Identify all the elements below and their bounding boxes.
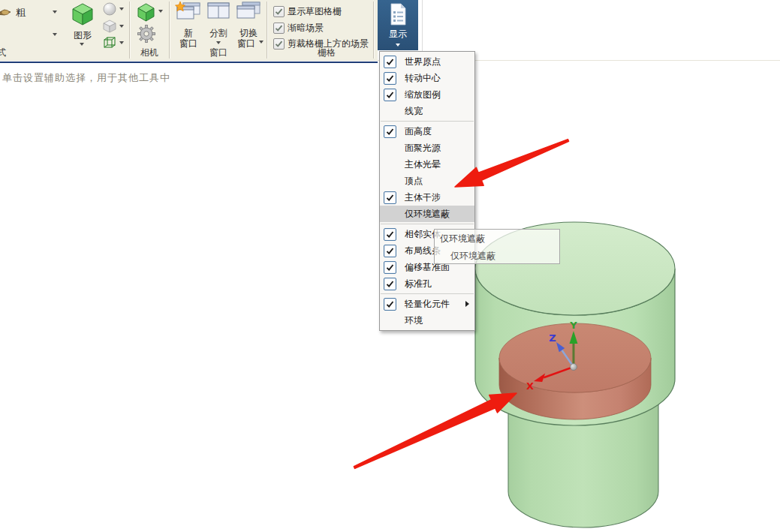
submenu-arrow-icon: [465, 301, 469, 307]
menu-item-label: 仅环境遮蔽: [405, 209, 450, 219]
menu-separator: [381, 224, 474, 224]
menu-item[interactable]: 缩放图例: [380, 86, 474, 103]
menu-item-label: 顶点: [405, 176, 423, 186]
menu-item[interactable]: 主体干涉: [380, 189, 474, 206]
menu-item[interactable]: 轻量化元件: [380, 296, 474, 312]
menu-item-label: 世界原点: [405, 56, 441, 67]
menu-item[interactable]: 环境: [380, 312, 474, 329]
checkbox-checked-icon: [384, 89, 396, 101]
checkbox-checked-icon: [384, 56, 396, 68]
checkbox-checked-icon: [384, 228, 396, 241]
menu-item[interactable]: 面聚光源: [380, 140, 474, 156]
menu-item-label: 标准孔: [405, 278, 432, 289]
checkbox-checked-icon: [384, 261, 396, 274]
axis-z-label: Z: [549, 332, 556, 344]
checkbox-checked-icon: [384, 72, 396, 85]
tooltip: 仅环境遮蔽 仅环境遮蔽: [434, 229, 560, 264]
axis-x-label: X: [526, 380, 534, 392]
menu-item[interactable]: 面高度: [380, 123, 474, 140]
checkbox-checked-icon: [384, 191, 396, 204]
menu-item-label: 转动中心: [405, 73, 441, 83]
menu-item[interactable]: 世界原点: [380, 53, 474, 70]
menu-item-label: 主体光晕: [405, 159, 441, 170]
menu-item-label: 线宽: [405, 106, 423, 116]
tooltip-description: 仅环境遮蔽: [450, 250, 559, 263]
menu-item[interactable]: 转动中心: [380, 70, 474, 86]
menu-item[interactable]: 线宽: [380, 103, 474, 119]
menu-item[interactable]: 标准孔: [380, 275, 474, 292]
checkbox-checked-icon: [384, 298, 396, 311]
checkbox-checked-icon: [384, 245, 396, 257]
menu-item-label: 面高度: [405, 126, 432, 137]
menu-item[interactable]: 顶点: [380, 173, 474, 189]
axis-y-label: Y: [569, 320, 577, 331]
tooltip-title: 仅环境遮蔽: [440, 233, 559, 245]
menu-item-label: 环境: [405, 315, 423, 326]
menu-separator: [381, 121, 474, 122]
menu-item-label: 轻量化元件: [405, 299, 450, 309]
checkbox-checked-icon: [384, 125, 396, 138]
menu-item[interactable]: 仅环境遮蔽: [380, 206, 474, 222]
menu-item-label: 缩放图例: [405, 89, 441, 100]
menu-item[interactable]: 主体光晕: [380, 156, 474, 173]
menu-separator: [381, 293, 474, 294]
checkbox-checked-icon: [384, 278, 396, 290]
display-dropdown-menu: 世界原点 转动中心: [379, 51, 475, 331]
cad-app-window: { "ribbon": { "style_group": { "group_la…: [0, 0, 780, 532]
menu-item-label: 面聚光源: [405, 143, 441, 153]
menu-item-label: 主体干涉: [405, 192, 441, 203]
